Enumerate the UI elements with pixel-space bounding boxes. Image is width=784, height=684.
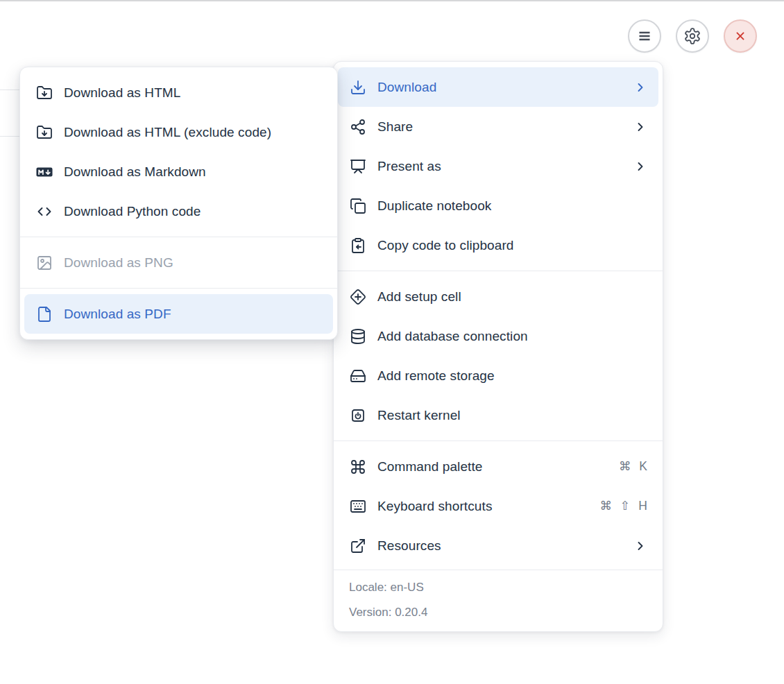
notebook-menu-dropdown: Download Share Present as	[333, 61, 663, 632]
menu-item-label: Add setup cell	[377, 289, 647, 305]
menu-item-label: Share	[377, 119, 622, 135]
menu-item-present-as[interactable]: Present as	[338, 146, 658, 186]
notebook-toolbar	[628, 19, 757, 53]
file-icon	[36, 306, 53, 323]
menu-item-keyboard-shortcuts[interactable]: Keyboard shortcuts ⌘ ⇧ H	[338, 486, 658, 526]
submenu-item-label: Download Python code	[64, 204, 322, 219]
submenu-separator	[20, 237, 337, 237]
menu-item-add-remote-storage[interactable]: Add remote storage	[338, 356, 658, 395]
menu-item-label: Duplicate notebook	[377, 198, 647, 214]
submenu-item-download-markdown[interactable]: Download as Markdown	[24, 152, 333, 191]
background-cell-border	[0, 136, 21, 137]
menu-item-label: Download	[377, 80, 622, 95]
submenu-item-download-html-exclude-code[interactable]: Download as HTML (exclude code)	[24, 112, 333, 152]
presentation-icon	[350, 158, 366, 175]
code-icon	[36, 203, 53, 220]
menu-item-label: Present as	[377, 159, 622, 174]
database-icon	[350, 328, 366, 345]
menu-item-copy-code[interactable]: Copy code to clipboard	[338, 225, 658, 265]
menu-item-label: Copy code to clipboard	[377, 238, 647, 253]
shortcut-hint: ⌘ K	[619, 459, 647, 474]
chevron-right-icon	[633, 539, 647, 553]
keyboard-icon	[350, 498, 366, 515]
menu-separator	[334, 271, 663, 271]
submenu-item-label: Download as PDF	[64, 307, 322, 322]
copy-icon	[350, 198, 366, 214]
menu-item-label: Add database connection	[377, 329, 647, 344]
chevron-right-icon	[633, 160, 647, 173]
submenu-item-label: Download as HTML (exclude code)	[64, 125, 322, 140]
hard-drive-icon	[350, 368, 366, 384]
notebook-menu-button[interactable]	[628, 19, 661, 53]
command-icon	[350, 459, 366, 475]
image-icon	[36, 255, 53, 271]
background-cell-border	[0, 89, 21, 90]
locale-text: Locale: en-US	[349, 579, 647, 597]
menu-item-add-database[interactable]: Add database connection	[338, 316, 658, 356]
shortcut-hint: ⌘ ⇧ H	[599, 499, 647, 513]
external-link-icon	[350, 538, 366, 554]
share-icon	[350, 119, 366, 135]
submenu-item-download-pdf[interactable]: Download as PDF	[24, 294, 333, 334]
hamburger-icon	[636, 28, 653, 44]
submenu-item-download-python[interactable]: Download Python code	[24, 191, 333, 231]
folder-down-icon	[36, 85, 53, 101]
submenu-item-label: Download as Markdown	[64, 164, 322, 180]
clipboard-copy-icon	[350, 237, 366, 254]
menu-item-resources[interactable]: Resources	[338, 526, 658, 565]
menu-separator	[334, 441, 663, 441]
page-top-border	[0, 0, 784, 1]
chevron-right-icon	[633, 80, 647, 94]
menu-footer: Locale: en-US Version: 0.20.4	[334, 570, 663, 631]
submenu-item-download-png[interactable]: Download as PNG	[24, 243, 333, 282]
submenu-item-label: Download as PNG	[64, 255, 322, 271]
diamond-plus-icon	[350, 289, 366, 305]
menu-item-share[interactable]: Share	[338, 107, 658, 146]
menu-item-add-setup-cell[interactable]: Add setup cell	[338, 277, 658, 316]
menu-item-label: Keyboard shortcuts	[377, 499, 588, 514]
settings-button[interactable]	[676, 19, 709, 53]
chevron-right-icon	[633, 120, 647, 134]
submenu-item-download-html[interactable]: Download as HTML	[24, 73, 333, 112]
power-square-icon	[350, 407, 366, 424]
download-submenu: Download as HTML Download as HTML (exclu…	[19, 67, 338, 340]
folder-down-icon	[36, 124, 53, 141]
menu-item-label: Restart kernel	[377, 408, 647, 423]
submenu-item-label: Download as HTML	[64, 85, 322, 101]
menu-item-download[interactable]: Download	[338, 67, 658, 107]
submenu-separator	[20, 288, 337, 289]
menu-item-label: Add remote storage	[377, 368, 647, 384]
shutdown-button[interactable]	[724, 19, 757, 53]
menu-item-restart-kernel[interactable]: Restart kernel	[338, 395, 658, 435]
menu-item-label: Resources	[377, 538, 622, 554]
download-icon	[350, 79, 366, 96]
version-text: Version: 0.20.4	[349, 604, 647, 622]
close-icon	[733, 28, 748, 44]
menu-item-command-palette[interactable]: Command palette ⌘ K	[338, 447, 658, 486]
menu-item-label: Command palette	[377, 459, 608, 474]
gear-icon	[683, 27, 701, 45]
markdown-icon	[36, 164, 53, 180]
menu-item-duplicate-notebook[interactable]: Duplicate notebook	[338, 186, 658, 225]
